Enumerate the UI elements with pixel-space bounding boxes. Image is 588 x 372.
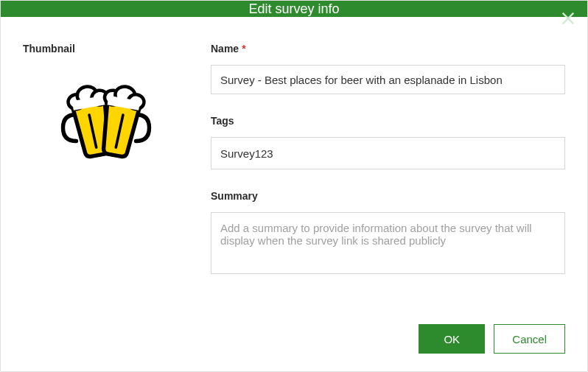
- dialog-title: Edit survey info: [1, 1, 587, 17]
- required-indicator: *: [242, 43, 245, 55]
- dialog-body: Thumbnail: [1, 17, 587, 312]
- dialog-footer: OK Cancel: [1, 312, 587, 371]
- summary-label: Summary: [211, 190, 565, 202]
- tags-field-group: Tags Survey123: [211, 115, 565, 169]
- name-label: Name*: [211, 43, 565, 55]
- close-button[interactable]: [558, 8, 578, 29]
- form-column: Name* Tags Survey123 Summary: [211, 43, 565, 298]
- summary-textarea[interactable]: [211, 212, 565, 274]
- dialog-header: Edit survey info: [1, 1, 587, 17]
- summary-field-group: Summary: [211, 190, 565, 277]
- thumbnail-image[interactable]: [23, 65, 189, 164]
- name-label-text: Name: [211, 43, 239, 55]
- tags-input[interactable]: Survey123: [211, 137, 565, 169]
- close-icon: [560, 10, 576, 27]
- beer-mugs-icon: [40, 65, 172, 164]
- tags-label: Tags: [211, 115, 565, 127]
- name-field-group: Name*: [211, 43, 565, 94]
- thumbnail-label: Thumbnail: [23, 43, 189, 55]
- name-input[interactable]: [211, 65, 565, 94]
- thumbnail-column: Thumbnail: [23, 43, 189, 298]
- tag-item: Survey123: [220, 147, 273, 160]
- cancel-button[interactable]: Cancel: [494, 324, 565, 354]
- ok-button[interactable]: OK: [419, 324, 485, 354]
- edit-survey-dialog: Edit survey info Thumbnail: [0, 0, 588, 372]
